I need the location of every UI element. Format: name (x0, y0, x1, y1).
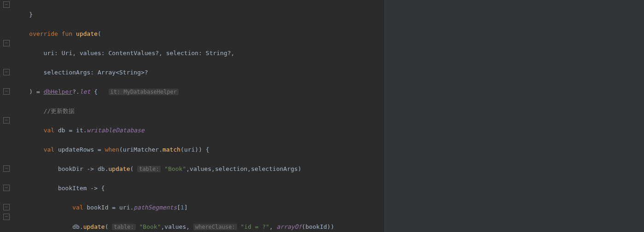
inlay-hint: whereClause: (193, 224, 237, 230)
t: bookId = uri. (83, 204, 134, 211)
t: uri: Uri, values: ContentValues?, select… (15, 50, 234, 57)
code-area[interactable]: } override fun update( uri: Uri, values:… (13, 0, 383, 232)
t: { (90, 88, 108, 95)
t: override (29, 30, 58, 37)
side-panel (383, 0, 644, 232)
t (15, 108, 44, 114)
t: ( (98, 30, 101, 37)
t (58, 30, 62, 37)
t: arrayOf (277, 223, 302, 230)
t: update (109, 165, 130, 172)
t: fun (62, 30, 72, 37)
t: 1 (180, 204, 184, 211)
fold-marker[interactable]: − (3, 69, 10, 75)
t: "id = ?" (240, 223, 269, 230)
t: db. (15, 223, 83, 230)
t: bookDir -> db. (15, 165, 109, 172)
t: val (44, 127, 54, 134)
fold-marker[interactable]: − (3, 214, 10, 220)
t (15, 146, 44, 153)
code-editor[interactable]: − − − − − − − − − } override fun update(… (0, 0, 644, 232)
fold-marker[interactable]: − (3, 117, 10, 124)
t: "Book" (164, 165, 186, 172)
t: (uriMatcher. (119, 146, 162, 153)
t (72, 30, 76, 37)
fold-marker[interactable]: − (3, 185, 10, 191)
t: (uri)) { (180, 146, 209, 153)
t: (bookId)) (302, 223, 334, 230)
t: dbHelper (44, 88, 73, 95)
t: ,values, (161, 223, 193, 230)
t: match (162, 146, 180, 153)
t: when (105, 146, 119, 153)
inlay-hint: table: (112, 224, 135, 230)
t: ?. (72, 88, 80, 95)
t: db = (54, 127, 76, 134)
t: let (80, 88, 90, 95)
code-text: } (15, 11, 33, 18)
comment: //更新数据 (44, 108, 75, 114)
t: update (83, 223, 105, 230)
t: ) = (15, 88, 44, 95)
fold-marker[interactable]: − (3, 88, 10, 95)
inlay-hint: it: MyDatabaseHelper (109, 89, 179, 95)
t: ( (105, 223, 112, 230)
fold-marker[interactable]: − (3, 204, 10, 210)
gutter[interactable]: − − − − − − − − − (0, 0, 13, 232)
t: val (72, 204, 83, 211)
t (15, 127, 44, 134)
t: [ (177, 204, 180, 211)
t: ( (130, 165, 137, 172)
t (15, 204, 72, 211)
t (15, 30, 29, 37)
t: "Book" (139, 223, 161, 230)
t: val (44, 146, 54, 153)
t: bookItem -> { (15, 185, 105, 192)
t: pathSegments (133, 204, 177, 211)
fold-marker[interactable]: − (3, 1, 10, 8)
t: updateRows = (54, 146, 105, 153)
fold-marker[interactable]: − (3, 40, 10, 46)
t: ,values,selection,selectionArgs) (186, 165, 301, 172)
t (136, 223, 139, 230)
t: . (83, 127, 87, 134)
t: ] (184, 204, 188, 211)
t: , (269, 223, 277, 230)
t: writableDatabase (87, 127, 145, 134)
fold-marker[interactable]: − (3, 165, 10, 172)
inlay-hint: table: (137, 166, 161, 172)
t: selectionArgs: Array<String>? (15, 69, 148, 76)
t: it (76, 127, 83, 134)
t: update (76, 30, 98, 37)
